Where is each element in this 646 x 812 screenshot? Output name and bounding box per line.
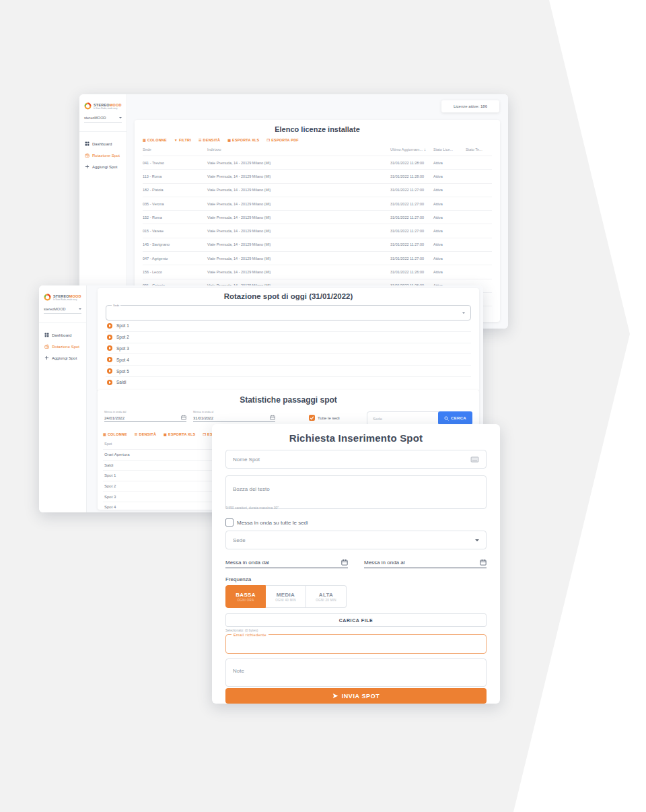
plus-icon <box>44 356 49 360</box>
checkbox-unchecked-icon[interactable] <box>225 518 234 527</box>
sidebar-item-rotazione-spot[interactable]: Rotazione Spot <box>39 341 86 352</box>
toolbar-button[interactable]: ▦ESPORTA XLS <box>227 138 259 142</box>
bozza-testo-textarea[interactable]: Bozza del testo <box>225 475 487 509</box>
cell-stato-licenza: Attiva <box>433 161 466 165</box>
column-ultimo-aggiornamento[interactable]: Ultimo Aggiornam...↓ <box>390 147 433 151</box>
cell-sede: 015 - Varese <box>143 229 207 233</box>
dashboard-icon <box>85 141 89 146</box>
column-sede[interactable]: Sede <box>143 147 207 151</box>
note-textarea[interactable]: Note <box>225 658 487 687</box>
play-icon[interactable] <box>107 323 112 329</box>
email-input[interactable]: Email richiedente <box>225 634 487 654</box>
toolbar-button[interactable]: ▼FILTRI <box>174 138 191 142</box>
table-row[interactable]: 047 - Agrigento Viale Premuda, 14 - 2012… <box>143 251 492 265</box>
play-icon[interactable] <box>107 335 112 340</box>
play-icon[interactable] <box>107 380 112 385</box>
spot-accordion-item[interactable]: Spot 1 <box>106 320 471 332</box>
table-row[interactable]: 041 - Treviso Viale Premuda, 14 - 20129 … <box>143 156 492 169</box>
play-icon[interactable] <box>107 368 112 374</box>
spot-accordion-item[interactable]: Spot 5 <box>106 366 471 377</box>
active-licenses-badge: Licenze attive: 186 <box>441 100 499 112</box>
sidebar-item-label: Rotazione Spot <box>52 345 79 349</box>
date-from-field[interactable]: Messa in onda dal <box>225 553 348 568</box>
date-from-field[interactable]: Messa in onda dal 24/01/2022 <box>104 410 186 422</box>
cell-stato-licenza: Attiva <box>433 257 466 261</box>
table-row[interactable]: 145 - Savignano Viale Premuda, 14 - 2012… <box>143 238 492 251</box>
sidebar-item-dashboard[interactable]: Dashboard <box>39 329 86 341</box>
calendar-icon[interactable] <box>181 415 186 420</box>
toolbar-button-label: DENSITÀ <box>139 432 157 436</box>
spot-label: Spot 5 <box>116 369 129 374</box>
play-icon[interactable] <box>107 345 112 351</box>
logo-tagline: In Store Radio, made easy <box>94 107 122 110</box>
toolbar-button[interactable]: ▥COLONNE <box>143 138 167 142</box>
frequency-option[interactable]: MEDIA OGNI 40 MIN <box>266 585 306 608</box>
frequency-option[interactable]: BASSA OGNI ORA <box>225 585 266 608</box>
radio-icon <box>85 153 89 158</box>
cell-ultimo-aggiornamento: 31/01/2022 11:28:00 <box>390 174 433 178</box>
sidebar-item-dashboard[interactable]: Dashboard <box>79 138 127 149</box>
cell-sede: 035 - Verona <box>143 202 207 206</box>
workspace-select[interactable]: stereoMOOD <box>84 116 122 123</box>
keyboard-icon <box>470 456 479 463</box>
spot-label: Spot 1 <box>116 323 129 328</box>
calendar-icon[interactable] <box>270 415 275 420</box>
statistics-title: Statistiche passaggi spot <box>103 395 474 405</box>
toolbar-button[interactable]: ❐ESPORTA PDF <box>266 138 298 142</box>
cell-ultimo-aggiornamento: 31/01/2022 11:27:00 <box>390 257 433 261</box>
calendar-icon[interactable] <box>341 559 348 566</box>
cell-sede: 156 - Lecco <box>143 270 207 274</box>
spot-accordion-item[interactable]: Spot 2 <box>106 332 471 343</box>
table-row[interactable]: 113 - Roma Viale Premuda, 14 - 20129 Mil… <box>143 169 492 182</box>
column-indirizzo[interactable]: Indirizzo <box>207 147 390 151</box>
submit-spot-button[interactable]: INVIA SPOT <box>225 688 487 704</box>
chevron-down-icon <box>119 117 122 120</box>
table-header: Sede Indirizzo Ultimo Aggiornam...↓ Stat… <box>143 147 492 156</box>
sidebar-item-aggiungi-spot[interactable]: Aggiungi Spot <box>39 352 86 364</box>
date-to-field[interactable]: Messa in onda al <box>364 553 487 568</box>
sidebar-item-label: Aggiungi Spot <box>92 165 117 169</box>
all-sites-checkbox-group[interactable]: Tutte le sedi <box>309 415 339 421</box>
sede-select[interactable]: Sede <box>106 305 471 320</box>
checkbox-checked-icon[interactable] <box>309 415 315 421</box>
date-from-value: 24/01/2022 <box>104 416 124 420</box>
workspace-select[interactable]: stereoMOOD <box>44 307 81 314</box>
cell-ultimo-aggiornamento: 31/01/2022 11:28:00 <box>390 161 433 165</box>
logo-wordmark: STEREOMOOD <box>94 103 122 107</box>
toolbar-button[interactable]: ☰DENSITÀ <box>199 138 220 142</box>
spot-accordion-list: Spot 1 Spot 2 Spot 3 Spot 4 Spot 5 <box>106 320 471 388</box>
all-sites-checkbox-group[interactable]: Messa in onda su tutte le sedi <box>225 518 308 527</box>
form-title: Richiesta Inserimento Spot <box>212 432 500 444</box>
table-row[interactable]: 152 - Roma Viale Premuda, 14 - 20129 Mil… <box>143 210 492 224</box>
toolbar-button[interactable]: ▥COLONNE <box>103 432 127 436</box>
toolbar-button[interactable]: ☰DENSITÀ <box>135 432 156 436</box>
table-row[interactable]: 156 - Lecco Viale Premuda, 14 - 20129 Mi… <box>143 265 492 278</box>
sidebar-item-aggiungi-spot[interactable]: Aggiungi Spot <box>79 161 127 172</box>
table-row[interactable]: 182 - Pistoia Viale Premuda, 14 - 20129 … <box>143 183 492 197</box>
calendar-icon[interactable] <box>480 559 487 566</box>
cell-spot: Saldi <box>104 463 113 467</box>
upload-file-button[interactable]: CARICA FILE <box>225 613 487 627</box>
page-title: Elenco licenze installate <box>143 125 492 133</box>
search-button[interactable]: CERCA <box>438 411 472 425</box>
toolbar-button-label: FILTRI <box>179 138 191 142</box>
cell-ultimo-aggiornamento: 31/01/2022 11:27:00 <box>390 188 433 192</box>
spot-accordion-item[interactable]: Saldi <box>106 377 471 388</box>
play-icon[interactable] <box>107 357 112 362</box>
column-stato-terminale[interactable]: Stato Te... <box>466 147 492 151</box>
toolbar-button[interactable]: ▦ESPORTA XLS <box>164 432 195 436</box>
nome-spot-input[interactable]: Nome Spot <box>225 450 487 469</box>
sede-select[interactable]: Sede <box>225 531 487 549</box>
table-row[interactable]: 035 - Verona Viale Premuda, 14 - 20129 M… <box>143 197 492 210</box>
date-to-field[interactable]: Messa in onda al 31/01/2022 <box>193 410 275 422</box>
column-stato-licenza[interactable]: Stato Lice... <box>433 147 466 151</box>
bozza-placeholder: Bozza del testo <box>233 486 270 492</box>
nome-spot-placeholder: Nome Spot <box>233 456 260 463</box>
table-row[interactable]: 015 - Varese Viale Premuda, 14 - 20129 M… <box>143 224 492 237</box>
toolbar-button-icon: ❐ <box>203 433 206 436</box>
cell-stato-licenza: Attiva <box>433 215 466 219</box>
sidebar-item-rotazione-spot[interactable]: Rotazione Spot <box>79 149 127 161</box>
frequency-option[interactable]: ALTA OGNI 20 MIN <box>306 585 347 608</box>
spot-accordion-item[interactable]: Spot 4 <box>106 354 471 366</box>
spot-accordion-item[interactable]: Spot 3 <box>106 343 471 355</box>
